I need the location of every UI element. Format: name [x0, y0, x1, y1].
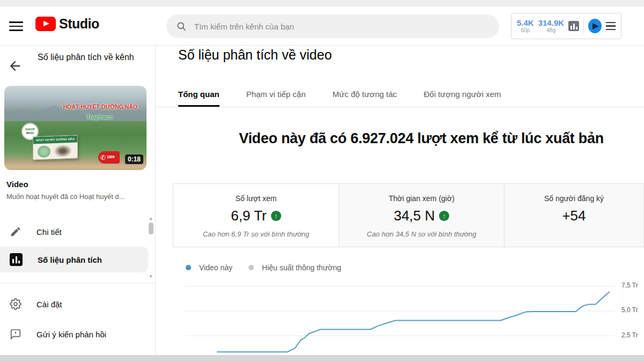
channel-search-bar[interactable] [166, 14, 499, 38]
analytics-main-panel: Số liệu phân tích về video Tổng quan Phạ… [156, 46, 644, 355]
page-title: Số liệu phân tích về video [178, 47, 332, 63]
views-headline: Video này đã có 6.927.024 lượt xem kể từ… [185, 130, 644, 147]
views-48h-stat: 314.9K 48g [538, 19, 564, 34]
sidebar-item-details[interactable]: Chi tiết [0, 219, 148, 245]
metric-card-watch-time[interactable]: Thời gian xem (giờ) 34,5 N ↑ Cao hơn 34,… [339, 184, 504, 247]
analytics-tabs: Tổng quan Phạm vi tiếp cận Mức độ tương … [156, 83, 644, 107]
gear-icon [10, 298, 21, 310]
feedback-icon [10, 328, 21, 340]
sidebar-back-title[interactable]: Số liệu phân tích về kênh [38, 50, 142, 65]
video-duration-badge: 0:18 [125, 154, 143, 164]
sidebar-video-title: Muốn hoạt huyết đã có Hoạt huyết d... [6, 193, 143, 201]
scrollbar-up-arrow[interactable]: ▲ [149, 216, 153, 221]
tab-engagement[interactable]: Mức độ tương tác [333, 90, 397, 107]
menu-hamburger-icon[interactable] [9, 20, 23, 33]
sidebar-item-settings[interactable]: Cài đặt [0, 291, 148, 317]
chart-legend: Video này Hiệu suất thông thường [186, 263, 341, 272]
sidebar-divider [0, 283, 155, 283]
stats-extension-widget[interactable]: 5.4K 60p 314.9K 48g [511, 13, 621, 39]
video-thumbnail[interactable]: ‹ HOẠT HUYẾT DƯỠNG NÃO › Traphaco GACP W… [4, 86, 147, 170]
views-line-chart[interactable] [185, 283, 614, 355]
phone-icon: ✆ [100, 154, 106, 161]
legend-dot-this-video [186, 265, 191, 270]
extension-divider [583, 19, 584, 34]
search-input[interactable] [194, 22, 489, 31]
scrollbar-down-arrow[interactable]: ▼ [149, 274, 153, 279]
top-app-bar: Studio 5.4K 60p 314.9K 48g [0, 6, 644, 46]
trend-up-icon: ↑ [439, 211, 449, 221]
video-sidebar: Số liệu phân tích về kênh ‹ HOẠT HUYẾT D… [0, 46, 156, 355]
metric-card-views[interactable]: Số lượt xem 6,9 Tr ↑ Cao hơn 6,9 Tr so v… [173, 184, 339, 247]
y-axis-tick-label: 2,5 Tr [621, 331, 644, 339]
tab-audience[interactable]: Đối tượng người xem [424, 90, 501, 107]
y-axis-tick-label: 7,5 Tr [621, 282, 644, 289]
thumbnail-brand-sub: Traphaco [60, 114, 139, 120]
y-axis-tick-label: 5,0 Tr [621, 306, 644, 314]
window-bottom-strip [0, 355, 644, 362]
youtube-studio-logo[interactable]: Studio [35, 16, 99, 32]
views-trend-line [217, 292, 609, 352]
product-box: HOẠT HUYẾT DƯỠNG NÃO [33, 135, 78, 160]
sidebar-item-analytics[interactable]: Số liệu phân tích [0, 247, 148, 272]
extension-avatar-icon[interactable] [588, 19, 602, 33]
trend-up-icon: ↑ [271, 211, 281, 221]
extension-chart-icon[interactable] [568, 21, 579, 31]
tab-reach[interactable]: Phạm vi tiếp cận [246, 90, 306, 107]
legend-item[interactable]: Video này [186, 263, 232, 272]
analytics-icon [10, 253, 23, 266]
extension-menu-icon[interactable] [606, 22, 616, 31]
sidebar-scrollbar-thumb[interactable] [149, 223, 153, 234]
search-icon [176, 21, 187, 32]
views-per-hour-stat: 5.4K 60p [517, 19, 534, 34]
pencil-icon [10, 226, 21, 238]
youtube-play-icon [35, 17, 56, 31]
metric-card-subscribers[interactable]: Số người đăng ký +54 [504, 184, 643, 247]
studio-wordmark: Studio [59, 16, 99, 32]
sidebar-section-label: Video [6, 180, 28, 189]
window-top-strip [0, 0, 644, 6]
sidebar-item-feedback[interactable]: Gửi ý kiến phản hồi [0, 321, 148, 347]
thumbnail-brand-text: ‹ HOẠT HUYẾT DƯỠNG NÃO › [60, 104, 139, 110]
tab-overview[interactable]: Tổng quan [178, 90, 219, 107]
hotline-badge: ✆ 1800 [98, 151, 120, 164]
legend-item[interactable]: Hiệu suất thông thường [248, 263, 341, 272]
legend-dot-typical [248, 265, 254, 270]
back-arrow-icon[interactable] [8, 58, 23, 73]
metric-cards: Số lượt xem 6,9 Tr ↑ Cao hơn 6,9 Tr so v… [173, 183, 644, 247]
